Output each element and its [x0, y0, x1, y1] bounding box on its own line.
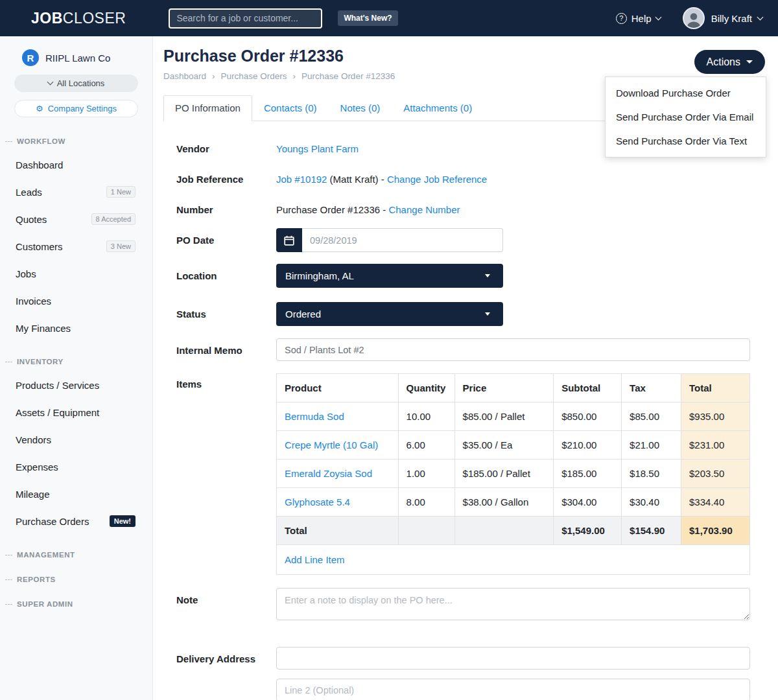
po-date-input[interactable] — [302, 228, 503, 252]
calendar-button[interactable] — [276, 228, 302, 252]
sidebar-item-vendors[interactable]: Vendors — [0, 426, 152, 453]
caret-down-icon — [485, 312, 490, 316]
breadcrumb-purchase-orders[interactable]: Purchase Orders — [221, 71, 287, 81]
sidebar-item-jobs[interactable]: Jobs — [0, 260, 152, 287]
menu-item-send-po-email[interactable]: Send Purchase Order Via Email — [606, 105, 766, 129]
product-link[interactable]: Crepe Myrtle (10 Gal) — [285, 439, 378, 450]
delivery-address-line1-input[interactable] — [276, 647, 750, 670]
nav-section-super-admin[interactable]: SUPER ADMIN — [0, 600, 152, 609]
internal-memo-input[interactable] — [276, 338, 750, 361]
tab-attachments[interactable]: Attachments (0) — [392, 95, 484, 121]
menu-item-download-po[interactable]: Download Purchase Order — [606, 81, 766, 105]
nav-section-management[interactable]: MANAGEMENT — [0, 550, 152, 559]
tax-cell: $18.50 — [622, 460, 681, 488]
chevron-down-icon — [757, 14, 764, 20]
topbar-right: ? Help Billy Kraft — [616, 7, 762, 29]
status-label: Status — [176, 302, 276, 326]
product-link[interactable]: Bermuda Sod — [285, 411, 344, 422]
global-search-input[interactable] — [169, 8, 322, 29]
company-settings-button[interactable]: ⚙ Company Settings — [14, 100, 138, 117]
note-label: Note — [176, 588, 276, 622]
job-reference-middle: (Matt Kraft) - — [330, 174, 384, 185]
nav-item-label: Leads — [16, 187, 42, 198]
internal-memo-label: Internal Memo — [176, 338, 276, 361]
breadcrumb-dashboard[interactable]: Dashboard — [163, 71, 206, 81]
sidebar-item-leads[interactable]: Leads 1 New — [0, 178, 152, 205]
nav-section-label: MANAGEMENT — [17, 551, 75, 559]
delivery-address-line2-input[interactable] — [276, 679, 750, 700]
app-logo: JOBCLOSER — [31, 10, 126, 27]
nav-item-label: Purchase Orders — [16, 516, 89, 527]
tab-contacts[interactable]: Contacts (0) — [252, 95, 329, 121]
total-cell: $334.40 — [681, 488, 750, 517]
tab-notes[interactable]: Notes (0) — [329, 95, 392, 121]
user-menu[interactable]: Billy Kraft — [711, 13, 762, 24]
location-select[interactable]: Birmingham, AL — [276, 264, 503, 288]
status-select[interactable]: Ordered — [276, 302, 503, 326]
sidebar-item-quotes[interactable]: Quotes 8 Accepted — [0, 205, 152, 233]
sidebar-item-assets-equipment[interactable]: Assets / Equipment — [0, 399, 152, 426]
company-logo: R — [22, 49, 39, 66]
actions-dropdown-menu: Download Purchase Order Send Purchase Or… — [605, 76, 766, 158]
nav-item-label: Jobs — [16, 268, 36, 279]
subtotal-cell: $850.00 — [554, 402, 622, 431]
add-line-item-container: Add Line Item — [276, 545, 750, 575]
sidebar-item-mileage[interactable]: Mileage — [0, 480, 152, 508]
sidebar-item-dashboard[interactable]: Dashboard — [0, 151, 152, 178]
add-line-item-link[interactable]: Add Line Item — [285, 554, 345, 565]
company-settings-label: Company Settings — [48, 104, 117, 113]
nav-section-inventory[interactable]: INVENTORY — [0, 357, 152, 366]
menu-item-send-po-text[interactable]: Send Purchase Order Via Text — [606, 129, 766, 153]
caret-down-icon — [485, 274, 490, 277]
col-header-price: Price — [454, 374, 554, 402]
user-avatar[interactable] — [683, 7, 705, 29]
total-cell: $203.50 — [681, 460, 750, 488]
actions-button[interactable]: Actions — [694, 50, 765, 74]
quantity-cell: 8.00 — [398, 488, 454, 517]
grand-total-cell: $1,703.90 — [681, 517, 750, 545]
product-link[interactable]: Glyphosate 5.4 — [285, 496, 350, 508]
empty-cell — [398, 517, 454, 545]
chevron-down-icon — [47, 79, 53, 86]
quotes-badge: 8 Accepted — [91, 213, 136, 225]
all-locations-dropdown[interactable]: All Locations — [14, 75, 138, 92]
change-job-reference-link[interactable]: Change Job Reference — [387, 174, 487, 185]
note-textarea[interactable] — [276, 588, 750, 620]
nav-section-reports[interactable]: REPORTS — [0, 575, 152, 584]
section-dash — [5, 555, 12, 555]
sidebar-item-my-finances[interactable]: My Finances — [0, 314, 152, 342]
job-link[interactable]: Job #10192 — [276, 174, 327, 185]
items-header-row: Product Quantity Price Subtotal Tax Tota… — [277, 374, 750, 402]
col-header-total: Total — [681, 374, 750, 402]
sidebar-item-invoices[interactable]: Invoices — [0, 287, 152, 314]
whats-new-button[interactable]: What's New? — [338, 10, 397, 26]
sidebar-item-customers[interactable]: Customers 3 New — [0, 233, 152, 260]
sidebar-item-products-services[interactable]: Products / Services — [0, 371, 152, 399]
nav-section-workflow[interactable]: WORKFLOW — [0, 137, 152, 146]
tab-po-information[interactable]: PO Information — [163, 95, 252, 121]
items-row: Items Product Quantity Price Subtotal Ta… — [176, 373, 750, 575]
po-number-value: Purchase Order #12336 - — [276, 204, 386, 215]
section-dash — [5, 362, 12, 362]
sidebar-item-purchase-orders[interactable]: Purchase Orders New! — [0, 508, 152, 535]
company-name: RIIPL Lawn Co — [45, 52, 110, 64]
price-cell: $85.00 / Pallet — [454, 402, 554, 431]
product-link[interactable]: Emerald Zoysia Sod — [285, 468, 372, 479]
help-menu[interactable]: ? Help — [616, 13, 661, 24]
vendor-link[interactable]: Youngs Plant Farm — [276, 143, 359, 154]
nav-item-label: Mileage — [16, 489, 50, 500]
job-reference-label: Job Reference — [176, 174, 276, 185]
quantity-cell: 1.00 — [398, 460, 454, 488]
quantity-cell: 6.00 — [398, 431, 454, 460]
change-number-link[interactable]: Change Number — [388, 204, 460, 215]
subtotal-total-cell: $1,549.00 — [554, 517, 622, 545]
sidebar-item-expenses[interactable]: Expenses — [0, 453, 152, 480]
po-date-label: PO Date — [176, 228, 276, 252]
items-table: Product Quantity Price Subtotal Tax Tota… — [276, 373, 750, 545]
nav-item-label: Dashboard — [16, 159, 63, 170]
col-header-product: Product — [277, 374, 399, 402]
logo-bold: JOB — [31, 10, 63, 27]
nav-item-label: Customers — [16, 241, 63, 252]
nav-section-label: SUPER ADMIN — [17, 600, 73, 608]
company-header: R RIIPL Lawn Co — [0, 49, 152, 66]
